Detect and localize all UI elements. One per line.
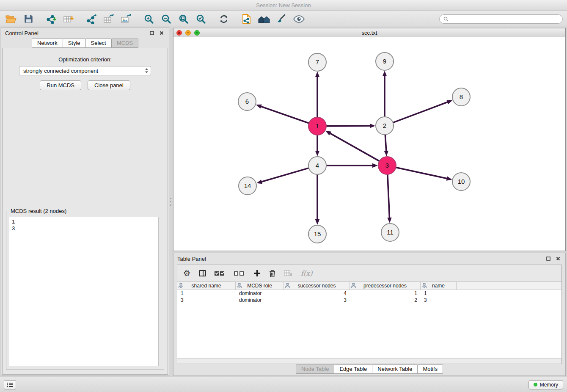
network-node-1[interactable]: 1 bbox=[308, 117, 326, 135]
zoom-out-button[interactable] bbox=[160, 13, 173, 25]
column-header-shared-name[interactable]: shared name bbox=[177, 282, 236, 290]
show-hide-button[interactable] bbox=[292, 13, 306, 25]
cell-successor-nodes: 4 bbox=[284, 290, 350, 297]
tab-node-table[interactable]: Node Table bbox=[296, 364, 335, 374]
close-panel-button[interactable]: Close panel bbox=[88, 80, 130, 90]
status-bar: Memory bbox=[0, 377, 567, 392]
show-columns-button[interactable] bbox=[199, 270, 206, 276]
network-node-11[interactable]: 11 bbox=[381, 224, 399, 241]
window-title: Session: New Session bbox=[256, 2, 311, 8]
show-panels-button[interactable] bbox=[4, 380, 16, 389]
network-edge-1-2[interactable] bbox=[326, 124, 375, 128]
close-table-panel-button[interactable] bbox=[555, 255, 561, 262]
network-graph[interactable]: 7968124314101511 bbox=[173, 37, 565, 251]
mcds-result-list[interactable]: 13 bbox=[8, 217, 159, 366]
export-network-button[interactable] bbox=[85, 13, 98, 25]
close-control-panel-button[interactable] bbox=[158, 30, 165, 36]
svg-text:6: 6 bbox=[245, 98, 249, 105]
zoom-window-button[interactable] bbox=[194, 30, 200, 36]
export-table-button[interactable] bbox=[102, 13, 116, 25]
network-edge-4-14[interactable] bbox=[256, 168, 309, 184]
network-node-14[interactable]: 14 bbox=[239, 177, 256, 195]
search-icon bbox=[443, 17, 449, 22]
criterion-dropdown[interactable]: strongly connected component bbox=[19, 66, 151, 75]
tab-network-table[interactable]: Network Table bbox=[372, 364, 418, 374]
network-edge-3-1[interactable] bbox=[325, 131, 380, 161]
network-node-15[interactable]: 15 bbox=[308, 225, 326, 243]
close-window-button[interactable] bbox=[176, 30, 182, 36]
network-node-8[interactable]: 8 bbox=[452, 88, 470, 106]
table-body: 1dominator4113dominator323 bbox=[177, 290, 561, 358]
column-header-successor-nodes[interactable]: successor nodes bbox=[284, 282, 350, 290]
float-window-icon bbox=[150, 31, 154, 35]
apply-layout-button[interactable] bbox=[240, 13, 253, 25]
network-node-9[interactable]: 9 bbox=[376, 52, 394, 70]
network-edge-2-9[interactable] bbox=[383, 71, 387, 117]
function-builder-button[interactable]: f(x) bbox=[301, 269, 312, 277]
float-panel-button[interactable] bbox=[149, 30, 155, 36]
unselect-all-columns-button[interactable] bbox=[234, 271, 245, 276]
network-node-7[interactable]: 7 bbox=[308, 53, 326, 71]
network-edge-1-7[interactable] bbox=[315, 72, 319, 117]
search-input[interactable] bbox=[451, 16, 559, 22]
table-settings-button[interactable]: ⚙ bbox=[183, 269, 190, 277]
import-network-button[interactable] bbox=[44, 13, 58, 25]
network-edge-2-3[interactable] bbox=[384, 135, 388, 156]
table-horizontal-scrollbar[interactable] bbox=[177, 358, 561, 364]
control-panel-title: Control Panel bbox=[5, 30, 39, 36]
delete-column-button[interactable] bbox=[269, 270, 275, 277]
minimize-window-button[interactable] bbox=[185, 30, 191, 36]
memory-label: Memory bbox=[540, 382, 558, 388]
tab-motifs[interactable]: Motifs bbox=[417, 364, 443, 374]
table-row[interactable]: 3dominator323 bbox=[177, 297, 561, 304]
network-node-10[interactable]: 10 bbox=[452, 173, 470, 190]
panel-splitter[interactable] bbox=[169, 27, 172, 376]
unchecked-box-icon bbox=[239, 271, 244, 276]
tab-network[interactable]: Network bbox=[32, 39, 63, 48]
float-table-panel-button[interactable] bbox=[545, 255, 552, 262]
network-edge-3-10[interactable] bbox=[396, 167, 452, 180]
add-column-button[interactable] bbox=[253, 270, 261, 277]
network-edge-4-3[interactable] bbox=[326, 163, 378, 168]
network-node-4[interactable]: 4 bbox=[308, 157, 326, 174]
home-button[interactable] bbox=[257, 13, 271, 25]
style-brush-button[interactable] bbox=[275, 13, 288, 25]
network-edge-3-11[interactable] bbox=[387, 174, 391, 223]
export-image-button[interactable] bbox=[119, 13, 133, 25]
network-window-title: scc.txt bbox=[173, 30, 565, 36]
network-edge-1-6[interactable] bbox=[256, 105, 309, 123]
zoom-selected-button[interactable] bbox=[194, 13, 208, 25]
tab-style[interactable]: Style bbox=[63, 39, 86, 48]
network-node-2[interactable]: 2 bbox=[376, 117, 394, 135]
layout-document-icon bbox=[242, 14, 252, 25]
tools-group bbox=[240, 13, 306, 25]
tab-select[interactable]: Select bbox=[85, 39, 112, 48]
run-mcds-button[interactable]: Run MCDS bbox=[40, 80, 81, 90]
network-edge-4-15[interactable] bbox=[315, 174, 319, 225]
network-edge-2-8[interactable] bbox=[393, 100, 453, 122]
table-header: shared nameMCDS rolesuccessor nodesprede… bbox=[177, 282, 561, 290]
delete-table-button[interactable] bbox=[284, 270, 292, 276]
tab-edge-table[interactable]: Edge Table bbox=[334, 364, 372, 374]
column-header-predecessor-nodes[interactable]: predecessor nodes bbox=[350, 282, 421, 290]
open-session-button[interactable] bbox=[4, 13, 18, 25]
column-header-name[interactable]: name bbox=[421, 282, 457, 290]
network-node-3[interactable]: 3 bbox=[378, 157, 396, 174]
zoom-in-button[interactable] bbox=[142, 13, 156, 25]
select-all-columns-button[interactable] bbox=[215, 271, 226, 276]
zoom-fit-button[interactable] bbox=[177, 13, 190, 25]
save-session-button[interactable] bbox=[22, 13, 35, 25]
import-table-button[interactable] bbox=[62, 13, 75, 25]
memory-button[interactable]: Memory bbox=[528, 380, 563, 389]
refresh-button[interactable] bbox=[217, 13, 231, 25]
control-panel-header: Control Panel bbox=[1, 28, 169, 39]
zoom-out-icon bbox=[161, 14, 171, 24]
network-edge-1-4[interactable] bbox=[315, 135, 319, 156]
search-box[interactable] bbox=[439, 14, 563, 24]
column-header-mcds-role[interactable]: MCDS role bbox=[236, 282, 284, 290]
table-row[interactable]: 1dominator411 bbox=[177, 290, 561, 297]
tab-mcds[interactable]: MCDS bbox=[111, 39, 138, 48]
cell-name: 1 bbox=[421, 290, 457, 297]
network-node-6[interactable]: 6 bbox=[238, 93, 256, 110]
close-icon bbox=[556, 257, 560, 261]
